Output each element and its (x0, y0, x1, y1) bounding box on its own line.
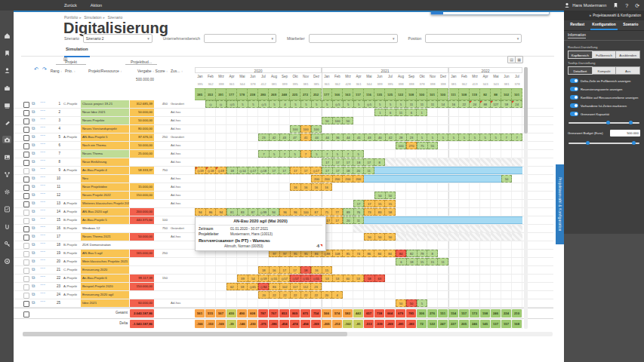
sidebar-item-gear[interactable] (2, 188, 11, 195)
grid-cell[interactable]: 50 (364, 233, 375, 241)
grid-cell[interactable]: 94 (195, 208, 206, 216)
slider-handle[interactable] (606, 121, 610, 124)
grid-cell[interactable]: 22 (270, 291, 280, 299)
vertical-scrollbar[interactable] (524, 67, 528, 329)
grid-cell[interactable] (438, 233, 448, 241)
grid-cell[interactable]: 5 (344, 100, 354, 108)
grid-cell[interactable] (406, 225, 417, 232)
project-name-cell[interactable]: AN-Bau-Projekt 5 (81, 133, 129, 141)
row-checkbox[interactable] (23, 311, 29, 318)
grid-cell[interactable]: ◷19 (216, 167, 226, 174)
grid-cell[interactable]: 100 (396, 142, 406, 149)
restore-window-icon[interactable]: ⧉ (32, 109, 35, 115)
grid-cell[interactable]: 53 (353, 275, 364, 282)
budget-slider-track[interactable] (569, 143, 639, 144)
tooltip-darstellung-option[interactable]: Detailliert (568, 66, 593, 75)
grid-cell[interactable] (480, 158, 491, 166)
grid-cell[interactable]: 42 (386, 133, 396, 141)
grid-cell[interactable]: 102 (280, 283, 291, 290)
grid-cell[interactable]: ◷5 (333, 100, 344, 108)
grid-cell[interactable]: 20 (343, 216, 354, 224)
column-header-rang[interactable]: Rang ↕ (44, 69, 62, 73)
grid-cell[interactable]: 17 (364, 158, 374, 166)
grid-cell[interactable]: ◷99 (258, 208, 269, 216)
grid-cell[interactable]: 11 (438, 258, 448, 265)
panel-tab-restlast[interactable]: Restlast (564, 20, 590, 30)
restore-window-icon[interactable]: ⧉ (32, 275, 35, 281)
grid-cell[interactable] (396, 158, 406, 166)
grid-cell[interactable] (512, 233, 522, 241)
grid-cell[interactable]: 23 (311, 283, 322, 290)
grid-cell[interactable]: ◷17 (311, 167, 322, 174)
grid-cell[interactable] (491, 175, 501, 183)
grid-cell[interactable]: 36 (333, 133, 344, 141)
row-checkbox[interactable] (23, 284, 29, 290)
vergabe-cell[interactable]: 50.000,00 (130, 109, 154, 116)
restore-window-icon[interactable]: ⧉ (32, 234, 35, 239)
row-checkbox[interactable] (23, 185, 29, 191)
vergabe-cell[interactable]: 165.000,00 (130, 250, 154, 257)
grid-cell[interactable] (470, 158, 480, 166)
grid-cell[interactable]: 6 (386, 109, 396, 116)
grid-cell[interactable] (364, 175, 374, 183)
grid-cell[interactable] (406, 216, 417, 224)
restore-window-icon[interactable]: ⧉ (32, 192, 35, 198)
grid-cell[interactable]: 74 (353, 250, 364, 257)
grid-cell[interactable]: 22 (311, 291, 322, 299)
grid-cell[interactable]: 50 (375, 233, 386, 241)
grid-cell[interactable] (459, 233, 470, 241)
grid-cell[interactable]: 17 (333, 167, 344, 174)
grid-cell[interactable]: 8 (427, 250, 438, 257)
restore-window-icon[interactable]: ⧉ (32, 143, 35, 148)
vergabe-cell[interactable]: 60.000,00 (130, 299, 154, 307)
grid-cell[interactable]: 42 (270, 133, 280, 141)
project-name-cell[interactable]: Classic project 19-21 (81, 100, 129, 108)
panel-subtab-information[interactable]: Information (564, 31, 644, 41)
grid-cell[interactable]: 18 (407, 258, 418, 265)
grid-cell[interactable]: 44 (322, 133, 333, 141)
toggle-switch[interactable] (570, 78, 578, 83)
sidebar-item-task-check[interactable] (2, 205, 11, 213)
column-header-vergabe[interactable]: Vergabe ↕ (127, 69, 154, 73)
unternehmensbereich-select[interactable]: ▾ (204, 34, 276, 43)
row-checkbox[interactable] (23, 176, 29, 183)
vergabe-cell[interactable]: 15.000,00 (130, 183, 154, 191)
user-menu[interactable]: Hans Mustermann (564, 2, 606, 8)
grid-cell[interactable] (448, 167, 459, 174)
grid-cell[interactable]: 50 (501, 175, 512, 183)
grid-cell[interactable]: 16 (311, 266, 322, 274)
project-name-cell[interactable]: Mein klassisches Projekte 2021 (81, 258, 129, 265)
grid-cell[interactable] (470, 167, 480, 174)
grid-cell[interactable]: 96 (291, 208, 301, 216)
vergabe-cell[interactable]: 440.375,60 (130, 216, 154, 224)
grid-cell[interactable]: 5 (396, 100, 407, 108)
grid-cell[interactable]: ◷55 (301, 275, 312, 282)
column-header-zuteilung[interactable]: Zus... ↕ (171, 69, 183, 73)
grid-cell[interactable]: 17 (332, 216, 343, 224)
grid-cell[interactable]: 47 (290, 133, 300, 141)
grid-cell[interactable]: 17 (333, 158, 344, 166)
grid-cell[interactable]: 50 (385, 233, 396, 241)
grid-cell[interactable]: 5 (438, 133, 448, 141)
grid-cell[interactable]: 17 (322, 158, 333, 166)
grid-cell[interactable] (385, 225, 396, 232)
row-checkbox[interactable] (23, 168, 29, 174)
grid-cell[interactable]: 59 (501, 100, 512, 108)
grid-cell[interactable]: 5 (418, 133, 428, 141)
grid-cell[interactable]: 200 (353, 175, 364, 183)
grid-cell[interactable]: 7 (258, 150, 270, 158)
grid-cell[interactable]: 86 (364, 250, 374, 257)
restore-window-icon[interactable]: ⧉ (32, 134, 35, 140)
grid-cell[interactable]: ◷57 (290, 275, 301, 282)
grid-cell[interactable]: 20 (322, 291, 332, 299)
grid-cell[interactable] (491, 158, 501, 166)
project-name-cell[interactable]: Neue Idee 2021 (81, 109, 129, 116)
grid-cell[interactable] (396, 225, 406, 232)
grid-cell[interactable]: 5 (290, 150, 300, 158)
grid-cell[interactable]: 127 (491, 100, 501, 108)
restore-window-icon[interactable]: ⧉ (32, 201, 35, 206)
grid-cell[interactable]: 22 (280, 291, 291, 299)
grid-cell[interactable]: ◷94 (258, 283, 269, 290)
restore-window-icon[interactable]: ⧉ (32, 267, 35, 272)
grid-cell[interactable] (459, 167, 470, 174)
